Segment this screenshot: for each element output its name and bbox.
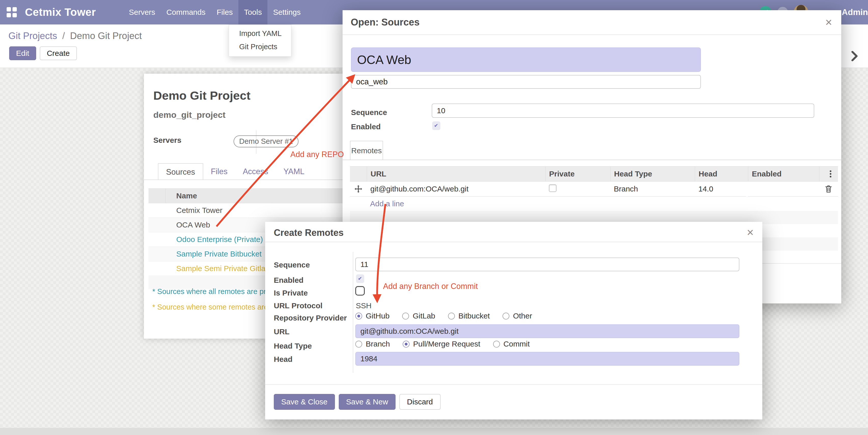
name-column-header[interactable]: Name xyxy=(165,192,197,200)
tab-access[interactable]: Access xyxy=(235,163,276,180)
menu-item-import-yaml[interactable]: Import YAML xyxy=(229,27,291,40)
head-type-column-header[interactable]: Head Type xyxy=(610,167,695,181)
sequence-label: Sequence xyxy=(351,108,387,117)
sequence-input[interactable]: 10 xyxy=(432,104,814,118)
source-name: Odoo Enterprise (Private) xyxy=(149,235,263,244)
repository-provider-label: Repository Provider xyxy=(274,314,347,322)
source-name-input[interactable]: OCA Web xyxy=(351,48,701,72)
chevron-right-icon xyxy=(851,51,858,61)
enabled-checkbox[interactable] xyxy=(432,121,440,130)
project-title: Demo Git Project xyxy=(153,88,250,103)
server-tag: Demo Server #1 xyxy=(234,136,299,147)
footer-divider xyxy=(265,384,762,385)
handle-column xyxy=(149,189,165,203)
trash-icon[interactable] xyxy=(825,184,832,193)
radio-github-label[interactable]: GitHub xyxy=(366,312,390,320)
private-cell xyxy=(545,184,610,194)
head-input[interactable]: 1984 xyxy=(355,352,739,366)
radio-commit[interactable] xyxy=(493,341,500,348)
brand-title: Cetmix Tower xyxy=(25,0,96,25)
discard-button[interactable]: Discard xyxy=(399,394,441,410)
optional-columns-icon[interactable] xyxy=(819,167,838,181)
remote-url: git@github.com:OCA/web.git xyxy=(367,184,545,193)
modal-footer-buttons: Save & Close Save & New Discard xyxy=(274,394,441,410)
add-line-row: Add a line xyxy=(350,197,838,211)
project-code: demo_git_project xyxy=(153,110,225,120)
url-input[interactable]: git@github.com:OCA/web.git xyxy=(355,324,739,338)
repository-provider-radios: GitHub GitLab Bitbucket Other xyxy=(355,312,532,320)
arrows-move-glyph xyxy=(354,185,363,193)
head-column-header[interactable]: Head xyxy=(695,167,748,181)
breadcrumb-current: Demo Git Project xyxy=(70,31,142,41)
enabled-column-header[interactable]: Enabled xyxy=(748,167,819,181)
app-root: Cetmix Tower Servers Commands Files Tool… xyxy=(0,0,868,435)
menu-item-files[interactable]: Files xyxy=(211,0,238,25)
url-column-header[interactable]: URL xyxy=(367,167,545,181)
edit-button[interactable]: Edit xyxy=(9,47,36,60)
radio-branch[interactable] xyxy=(355,341,362,348)
apps-grid-square xyxy=(7,13,11,17)
kebab-dots xyxy=(830,170,832,178)
tab-files[interactable]: Files xyxy=(203,163,235,180)
sources-table-header: Name xyxy=(149,188,343,203)
head-type-cell: Branch xyxy=(610,184,695,193)
servers-label: Servers xyxy=(153,136,181,145)
save-close-button[interactable]: Save & Close xyxy=(274,394,335,410)
remote-row[interactable]: git@github.com:OCA/web.git Branch 14.0 xyxy=(350,181,838,197)
is-private-checkbox[interactable] xyxy=(355,286,365,295)
modal-title: Create Remotes xyxy=(274,227,344,238)
menu-item-tools[interactable]: Tools xyxy=(238,0,268,25)
drag-handle-icon[interactable] xyxy=(350,185,367,193)
table-row[interactable]: Cetmix Tower xyxy=(149,203,343,218)
apps-grid-icon[interactable] xyxy=(7,7,17,17)
radio-branch-label[interactable]: Branch xyxy=(366,340,390,348)
breadcrumb: Git Projects / Demo Git Project xyxy=(8,31,142,41)
tabbar-divider xyxy=(343,160,841,160)
tab-yaml[interactable]: YAML xyxy=(276,163,312,180)
sequence-input[interactable]: 11 xyxy=(355,258,739,271)
create-button[interactable]: Create xyxy=(40,47,77,60)
radio-commit-label[interactable]: Commit xyxy=(503,340,530,348)
pager-next-button[interactable] xyxy=(848,49,861,63)
url-protocol-label: URL Protocol xyxy=(274,301,322,310)
menu-item-commands[interactable]: Commands xyxy=(161,0,211,25)
radio-github[interactable] xyxy=(355,313,362,319)
enabled-checkbox[interactable] xyxy=(356,274,364,283)
radio-pull-merge-request-label[interactable]: Pull/Merge Request xyxy=(413,340,480,348)
radio-pull-merge-request[interactable] xyxy=(403,341,409,348)
create-remotes-modal: Create Remotes × Sequence 11 Enabled Is … xyxy=(265,222,762,419)
url-protocol-value: SSH xyxy=(356,301,372,310)
delete-cell xyxy=(819,184,838,193)
close-icon[interactable]: × xyxy=(747,226,754,238)
apps-grid-square xyxy=(12,7,17,11)
breadcrumb-parent-link[interactable]: Git Projects xyxy=(8,31,57,41)
save-new-button[interactable]: Save & New xyxy=(339,394,396,410)
sequence-label: Sequence xyxy=(274,261,310,269)
menu-item-git-projects[interactable]: Git Projects xyxy=(229,40,291,53)
radio-bitbucket-label[interactable]: Bitbucket xyxy=(459,312,490,320)
private-checkbox[interactable] xyxy=(549,184,557,192)
apps-grid-square xyxy=(7,7,11,11)
tools-dropdown-menu: Import YAML Git Projects xyxy=(229,25,291,57)
source-name: Sample Private Bitbucket xyxy=(149,250,261,258)
tab-sources[interactable]: Sources xyxy=(158,163,203,180)
header-divider xyxy=(343,34,841,35)
source-name: Cetmix Tower xyxy=(149,206,222,215)
enabled-label: Enabled xyxy=(351,122,381,131)
is-private-label: Is Private xyxy=(274,289,308,297)
menu-item-settings[interactable]: Settings xyxy=(268,0,306,25)
radio-bitbucket[interactable] xyxy=(448,313,455,319)
add-a-line-link[interactable]: Add a line xyxy=(370,199,404,208)
enabled-label: Enabled xyxy=(274,276,304,285)
private-column-header[interactable]: Private xyxy=(545,167,610,181)
radio-gitlab-label[interactable]: GitLab xyxy=(413,312,435,320)
radio-other-label[interactable]: Other xyxy=(513,312,532,320)
head-cell: 14.0 xyxy=(695,184,748,193)
radio-other[interactable] xyxy=(502,313,509,319)
close-icon[interactable]: × xyxy=(825,16,832,28)
radio-gitlab[interactable] xyxy=(402,313,409,319)
user-menu[interactable]: Admin xyxy=(842,0,868,25)
tab-remotes[interactable]: Remotes xyxy=(350,141,383,160)
menu-item-servers[interactable]: Servers xyxy=(123,0,161,25)
source-code-input[interactable]: oca_web xyxy=(351,75,701,89)
